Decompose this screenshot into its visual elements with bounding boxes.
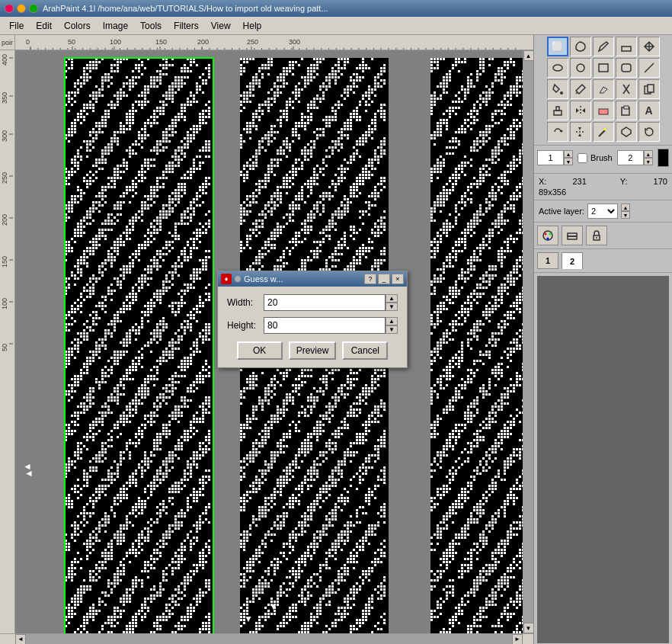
scroll-down-button[interactable]: ▼ — [523, 623, 534, 633]
tool-history[interactable] — [638, 122, 660, 142]
minimize-button[interactable] — [17, 4, 26, 13]
menu-tools[interactable]: Tools — [134, 19, 168, 33]
scroll-up-button[interactable]: ▲ — [523, 50, 534, 61]
tool-line[interactable] — [638, 58, 660, 78]
width-up-btn[interactable]: ▲ — [386, 294, 398, 303]
height-input[interactable] — [264, 317, 386, 334]
dialog-titlebar[interactable]: ♦ Guess w... ? _ × — [218, 271, 407, 287]
title-bar: ArahPaint 4.1l /home/ana/web/TUTORIALS/H… — [0, 0, 672, 17]
horizontal-scrollbar[interactable]: ◄ ► — [0, 633, 533, 644]
dialog-help-button[interactable]: ? — [364, 274, 376, 284]
scroll-left-button[interactable]: ◄ — [15, 634, 26, 645]
tool-eyedropper[interactable] — [570, 79, 591, 99]
tool-move[interactable] — [638, 37, 660, 56]
menu-view[interactable]: View — [205, 19, 237, 33]
tool-text[interactable]: A — [638, 101, 660, 120]
tool-eraser2[interactable] — [593, 101, 614, 120]
layer-tab-1[interactable]: 1 — [537, 252, 558, 269]
maximize-button[interactable] — [29, 4, 38, 13]
brush-check: Brush — [578, 153, 613, 163]
tool-paste[interactable] — [616, 101, 637, 120]
size2-input[interactable]: 2 — [617, 150, 644, 165]
layer-icons — [534, 223, 672, 249]
active-layer-select[interactable]: 2 1 — [587, 203, 618, 219]
height-field: Height: ▲ ▼ — [227, 317, 398, 334]
menu-help[interactable]: Help — [237, 19, 268, 33]
layer-icon-layers[interactable] — [562, 226, 583, 245]
tool-eraser[interactable] — [616, 37, 637, 56]
tool-oval[interactable] — [570, 58, 591, 78]
tool-flip[interactable] — [570, 122, 591, 142]
tool-transform[interactable] — [616, 122, 637, 142]
menu-colors[interactable]: Colors — [58, 19, 97, 33]
toolbar-row-1: ⬜ — [547, 37, 660, 56]
scroll-track-v[interactable] — [523, 61, 534, 623]
layer-tabs: 1 2 — [534, 249, 672, 273]
tool-stamp[interactable] — [547, 101, 568, 120]
tool-ellipse[interactable] — [547, 58, 568, 78]
height-up-btn[interactable]: ▲ — [386, 317, 398, 325]
menu-edit[interactable]: Edit — [30, 19, 58, 33]
tool-paint-bucket[interactable] — [547, 79, 568, 99]
dialog-state-indicator — [235, 276, 241, 282]
svg-point-27 — [545, 233, 547, 235]
menu-file[interactable]: File — [3, 19, 30, 33]
tool-rotate[interactable] — [547, 122, 568, 142]
svg-marker-19 — [561, 130, 563, 133]
layer-scroll-down[interactable]: ▼ — [621, 211, 630, 219]
layer-icon-lock[interactable] — [586, 226, 607, 245]
toolbar-row-3 — [547, 79, 660, 99]
ok-button[interactable]: OK — [237, 341, 283, 360]
tool-cut[interactable] — [616, 79, 637, 99]
menu-image[interactable]: Image — [97, 19, 134, 33]
layer-scroll-up[interactable]: ▲ — [621, 203, 630, 211]
height-down-btn[interactable]: ▼ — [386, 325, 398, 334]
svg-marker-22 — [578, 133, 581, 136]
svg-rect-18 — [624, 106, 629, 109]
window-title: ArahPaint 4.1l /home/ana/web/TUTORIALS/H… — [43, 4, 328, 13]
size2-spin-btns: ▲ ▼ — [644, 150, 653, 165]
svg-rect-12 — [556, 107, 559, 111]
tool-pen[interactable] — [593, 37, 614, 56]
toolbar-strip: ⬜ — [534, 35, 672, 146]
coords-area: X: 231 Y: 170 89x356 — [534, 174, 672, 200]
width-spin-btns: ▲ ▼ — [386, 294, 398, 311]
layer-tab-2[interactable]: 2 — [562, 252, 583, 269]
tool-rect-select[interactable]: ⬜ — [547, 37, 568, 56]
width-down-btn[interactable]: ▼ — [386, 303, 398, 311]
layer-icon-palette[interactable] — [537, 226, 558, 245]
tool-rubber[interactable] — [593, 79, 614, 99]
tool-rounded-rect[interactable] — [616, 58, 637, 78]
left-pointer: ◄ — [24, 468, 34, 479]
tool-rectangle[interactable] — [593, 58, 614, 78]
height-spin-btns: ▲ ▼ — [386, 317, 398, 334]
x-label: X: — [539, 177, 546, 186]
bottom-pointer: ▼ — [269, 601, 278, 612]
toolbar-row-4: A — [547, 101, 660, 120]
preview-button[interactable]: Preview — [289, 341, 337, 360]
window-controls[interactable] — [5, 4, 38, 13]
tool-lasso[interactable] — [570, 37, 591, 56]
vertical-scrollbar[interactable]: ▲ ▼ — [523, 50, 533, 633]
scroll-right-button[interactable]: ► — [512, 634, 523, 645]
svg-line-5 — [645, 63, 654, 72]
left-ruler-canvas — [0, 50, 13, 584]
size1-down-btn[interactable]: ▼ — [564, 158, 573, 165]
brush-checkbox[interactable] — [578, 153, 587, 163]
cancel-button[interactable]: Cancel — [342, 341, 388, 360]
width-input[interactable] — [264, 294, 386, 311]
svg-marker-24 — [603, 127, 606, 130]
width-input-wrap: ▲ ▼ — [264, 294, 398, 311]
tool-copy[interactable] — [638, 79, 660, 99]
close-button[interactable] — [5, 4, 14, 13]
size2-up-btn[interactable]: ▲ — [644, 150, 653, 158]
tool-mirror[interactable] — [570, 101, 591, 120]
dialog-min-button[interactable]: _ — [378, 274, 390, 284]
size1-up-btn[interactable]: ▲ — [564, 150, 573, 158]
size1-input[interactable]: 1 — [537, 150, 564, 165]
menu-filters[interactable]: Filters — [168, 19, 205, 33]
dialog-close-button[interactable]: × — [392, 274, 404, 284]
tool-wand[interactable] — [593, 122, 614, 142]
scroll-track-h[interactable] — [26, 634, 512, 645]
size2-down-btn[interactable]: ▼ — [644, 158, 653, 165]
